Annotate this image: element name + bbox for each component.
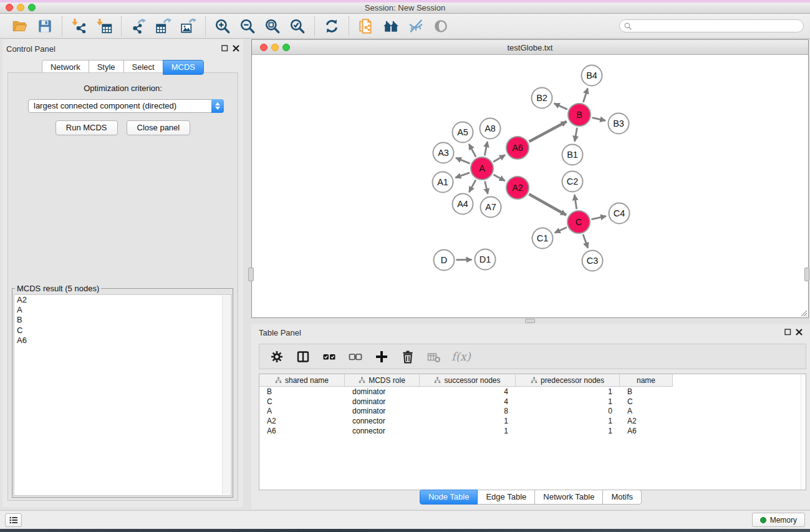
table-cell[interactable]: A xyxy=(620,407,673,415)
table-cell[interactable]: 8 xyxy=(420,407,516,415)
table-cell[interactable]: A2 xyxy=(259,417,345,425)
network-edge-C-C3[interactable] xyxy=(583,235,588,248)
network-node-A8[interactable]: A8 xyxy=(480,118,501,139)
table-cell[interactable]: C xyxy=(259,397,345,406)
deselect-all-icon[interactable] xyxy=(345,347,365,367)
table-cell[interactable]: A6 xyxy=(259,427,345,435)
function-builder-icon[interactable]: f(x) xyxy=(451,350,471,363)
table-cell[interactable]: A2 xyxy=(620,417,673,425)
network-edge-A-A6[interactable] xyxy=(493,155,505,162)
network-canvas[interactable]: B4B2BB3A5A8A6B1A3AA1C2A2A4A7CC4C1C3DD1 xyxy=(252,55,808,317)
export-network-icon[interactable] xyxy=(126,16,151,37)
network-edge-B-B4[interactable] xyxy=(583,88,587,102)
network-node-B1[interactable]: B1 xyxy=(562,145,583,165)
zoom-out-icon[interactable] xyxy=(235,16,260,37)
tab-mcds[interactable]: MCDS xyxy=(163,60,204,75)
network-node-A2[interactable]: A2 xyxy=(506,177,529,199)
network-node-A6[interactable]: A6 xyxy=(506,137,529,159)
float-table-panel-icon[interactable] xyxy=(784,329,791,336)
network-edge-A-A3[interactable] xyxy=(456,158,470,163)
network-edge-B-B2[interactable] xyxy=(554,104,567,110)
table-cell[interactable]: 1 xyxy=(516,417,620,425)
add-column-icon[interactable] xyxy=(372,347,392,367)
table-cell[interactable]: connector xyxy=(345,427,420,435)
network-edge-B-B1[interactable] xyxy=(575,128,577,142)
table-tab-network-table[interactable]: Network Table xyxy=(534,490,603,505)
open-file-icon[interactable] xyxy=(7,16,32,37)
column-header-successor-nodes[interactable]: successor nodes xyxy=(420,374,516,387)
table-row[interactable]: Bdominator41B xyxy=(259,387,806,397)
table-cell[interactable]: A6 xyxy=(620,427,673,435)
table-cell[interactable]: 4 xyxy=(420,387,516,396)
horizontal-splitter-handle[interactable] xyxy=(525,319,535,323)
resize-grip-icon[interactable] xyxy=(799,308,808,317)
result-item[interactable]: A xyxy=(14,305,231,315)
table-cell[interactable]: dominator xyxy=(345,407,420,415)
copy-network-icon[interactable] xyxy=(354,16,378,37)
network-node-B2[interactable]: B2 xyxy=(532,88,552,109)
delete-table-icon[interactable] xyxy=(424,347,444,367)
import-table-icon[interactable] xyxy=(92,16,117,37)
network-node-A3[interactable]: A3 xyxy=(433,143,454,163)
network-node-A1[interactable]: A1 xyxy=(433,172,453,193)
table-tab-edge-table[interactable]: Edge Table xyxy=(477,490,535,505)
select-all-icon[interactable] xyxy=(319,347,339,367)
export-table-icon[interactable] xyxy=(151,16,176,37)
result-item[interactable]: A2 xyxy=(14,295,231,305)
network-window-titlebar[interactable]: testGlobe.txt xyxy=(252,40,808,55)
column-header-shared-name[interactable]: shared name xyxy=(259,374,345,387)
network-node-C[interactable]: C xyxy=(567,211,590,233)
result-list-scrollbar[interactable] xyxy=(222,296,230,495)
table-row[interactable]: A2connector11A2 xyxy=(259,416,806,426)
zoom-selected-icon[interactable] xyxy=(285,16,310,37)
network-node-A[interactable]: A xyxy=(471,157,493,180)
column-header-predecessor-nodes[interactable]: predecessor nodes xyxy=(516,374,620,387)
table-cell[interactable]: A xyxy=(259,407,345,415)
network-edge-A6-B[interactable] xyxy=(529,122,567,142)
table-tab-node-table[interactable]: Node Table xyxy=(420,490,478,505)
network-node-B4[interactable]: B4 xyxy=(582,65,602,86)
network-edge-A-A7[interactable] xyxy=(485,181,488,194)
table-cell[interactable]: B xyxy=(620,387,673,396)
criterion-dropdown[interactable]: largest connected component (directed) xyxy=(28,99,224,113)
table-tab-motifs[interactable]: Motifs xyxy=(602,490,642,505)
home-networks-icon[interactable] xyxy=(378,16,403,37)
network-node-B[interactable]: B xyxy=(568,104,591,126)
network-node-A4[interactable]: A4 xyxy=(453,194,473,215)
network-node-C3[interactable]: C3 xyxy=(582,251,603,271)
network-edge-C-C2[interactable] xyxy=(574,195,577,209)
table-cell[interactable]: dominator xyxy=(345,397,420,406)
network-node-A5[interactable]: A5 xyxy=(453,122,473,143)
network-node-C4[interactable]: C4 xyxy=(609,203,630,224)
network-node-D1[interactable]: D1 xyxy=(475,249,496,270)
table-row[interactable]: Adominator80A xyxy=(259,406,806,416)
float-panel-icon[interactable] xyxy=(221,45,228,52)
network-node-B3[interactable]: B3 xyxy=(609,114,629,134)
network-edge-A-A8[interactable] xyxy=(485,142,488,155)
result-item[interactable]: B xyxy=(14,315,231,325)
column-header-mcds-role[interactable]: MCDS role xyxy=(345,374,420,387)
table-cell[interactable]: 1 xyxy=(516,427,620,435)
gear-icon[interactable] xyxy=(267,347,287,367)
run-mcds-button[interactable]: Run MCDS xyxy=(55,120,118,135)
network-node-D[interactable]: D xyxy=(434,250,455,271)
table-cell[interactable]: 4 xyxy=(420,397,516,406)
save-session-icon[interactable] xyxy=(32,16,57,37)
table-scrollbar[interactable] xyxy=(801,374,806,490)
right-splitter-handle[interactable] xyxy=(804,268,809,281)
table-cell[interactable]: 1 xyxy=(516,397,620,406)
network-node-A7[interactable]: A7 xyxy=(481,197,501,218)
refresh-layout-icon[interactable] xyxy=(319,16,344,37)
table-row[interactable]: A6connector11A6 xyxy=(259,426,806,436)
zoom-in-icon[interactable] xyxy=(210,16,235,37)
table-cell[interactable]: 1 xyxy=(420,417,516,425)
export-image-icon[interactable] xyxy=(176,16,201,37)
network-edge-A-A4[interactable] xyxy=(469,180,476,192)
left-splitter-handle[interactable] xyxy=(248,268,254,281)
network-edge-A-A5[interactable] xyxy=(469,144,476,157)
network-edge-C-C4[interactable] xyxy=(592,216,606,220)
network-node-C1[interactable]: C1 xyxy=(533,228,553,249)
close-panel-icon[interactable] xyxy=(233,45,239,52)
table-cell[interactable]: C xyxy=(620,397,673,406)
table-cell[interactable]: 1 xyxy=(516,387,620,396)
